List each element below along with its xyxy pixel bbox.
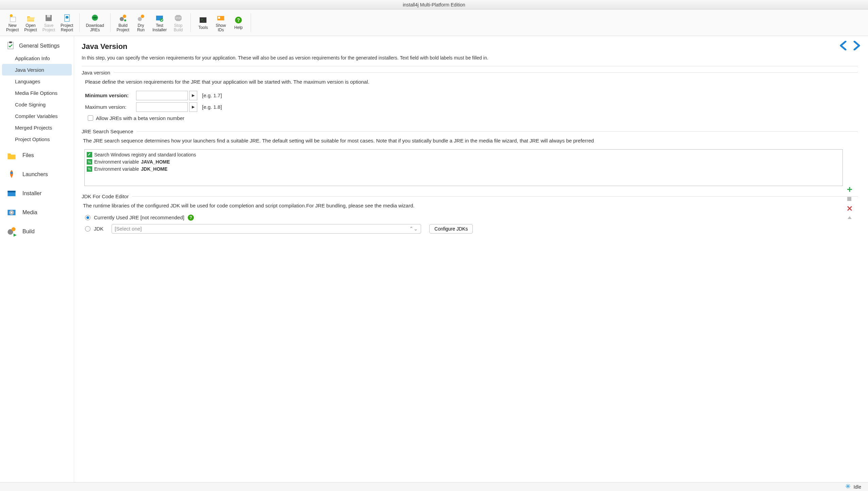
list-item[interactable]: % Environment variable JAVA_HOME — [87, 158, 840, 165]
installer-icon — [6, 188, 17, 199]
env-var-icon: % — [87, 166, 92, 172]
report-icon: i — [62, 13, 72, 23]
sidebar-section-media[interactable]: Media — [0, 204, 74, 221]
jre-search-legend: JRE Search Sequence — [82, 129, 858, 134]
help-badge-icon[interactable]: ? — [188, 215, 194, 221]
dry-run-button[interactable]: Dry Run — [132, 12, 150, 34]
save-project-button[interactable]: Save Project — [40, 12, 58, 34]
installer-check-icon — [155, 13, 164, 23]
window-title-bar: install4j Multi-Platform Edition — [0, 0, 868, 10]
svg-point-30 — [11, 212, 13, 214]
gears-dry-icon — [136, 13, 146, 23]
radio-label: Currently Used JRE [not recommended] — [94, 215, 184, 220]
svg-text:?: ? — [237, 17, 240, 23]
minimum-version-hint: [e.g. 1.7] — [202, 92, 222, 98]
build-project-button[interactable]: Build Project — [114, 12, 132, 34]
sidebar-item-languages[interactable]: Languages — [2, 75, 72, 87]
help-button[interactable]: ? Help — [230, 12, 247, 34]
open-project-button[interactable]: Open Project — [21, 12, 39, 34]
sidebar-item-project-options[interactable]: Project Options — [2, 133, 72, 145]
folder-icon — [6, 150, 17, 161]
divider — [82, 66, 858, 66]
status-text: Idle — [853, 484, 861, 490]
svg-rect-20 — [218, 17, 220, 19]
sidebar-item-media-file-options[interactable]: Media File Options — [2, 87, 72, 99]
radio-jdk[interactable]: JDK [Select one] ⌃⌄ Configure JDKs — [85, 224, 858, 234]
svg-text:%: % — [88, 160, 91, 164]
page-title: Java Version — [82, 42, 858, 51]
svg-rect-24 — [9, 41, 12, 43]
svg-text:>_: >_ — [201, 18, 205, 21]
sidebar-item-java-version[interactable]: Java Version — [2, 64, 72, 75]
jdk-description: The runtime libraries of the configured … — [83, 202, 858, 210]
add-item-button[interactable] — [846, 186, 853, 193]
tools-button[interactable]: >_ Tools — [194, 12, 212, 34]
maximum-version-menu-button[interactable]: ▶ — [189, 102, 197, 112]
svg-point-25 — [11, 172, 13, 174]
sidebar-item-compiler-variables[interactable]: Compiler Variables — [2, 110, 72, 122]
sidebar-section-label: Files — [22, 152, 34, 158]
new-project-button[interactable]: New Project — [3, 12, 21, 34]
svg-rect-27 — [7, 191, 15, 192]
jdk-select[interactable]: [Select one] ⌃⌄ — [112, 224, 421, 234]
sidebar-section-files[interactable]: Files — [0, 147, 74, 164]
snowflake-icon — [845, 484, 851, 490]
svg-point-0 — [10, 14, 13, 17]
prev-page-button[interactable] — [839, 41, 848, 51]
jre-search-list[interactable]: Search Windows registry and standard loc… — [84, 149, 843, 186]
svg-text:STOP: STOP — [176, 17, 181, 19]
svg-point-11 — [138, 17, 142, 21]
configure-jdks-button[interactable]: Configure JDKs — [429, 224, 473, 234]
save-icon — [44, 13, 53, 23]
select-placeholder: [Select one] — [115, 226, 141, 232]
sidebar-item-merged-projects[interactable]: Merged Projects — [2, 122, 72, 133]
java-version-legend: Java version — [82, 70, 858, 75]
test-installer-button[interactable]: Test Installer — [150, 12, 169, 34]
radio-button[interactable] — [85, 226, 90, 232]
sidebar-section-installer[interactable]: Installer — [0, 185, 74, 202]
svg-point-12 — [141, 15, 144, 18]
toolbar-separator — [251, 13, 251, 32]
page-description: In this step, you can specify the versio… — [82, 54, 858, 61]
clipboard-check-icon — [6, 41, 15, 51]
env-var-icon: % — [87, 159, 92, 165]
toolbar-separator — [190, 13, 191, 32]
status-bar: Idle — [0, 482, 868, 491]
jdk-legend: JDK For Code Editor — [82, 193, 858, 199]
sidebar-section-launchers[interactable]: Launchers — [0, 166, 74, 183]
sidebar-section-label: Build — [22, 228, 35, 235]
sidebar: General Settings Application Info Java V… — [0, 36, 74, 482]
allow-beta-checkbox[interactable] — [88, 115, 93, 121]
maximum-version-hint: [e.g. 1.8] — [202, 104, 222, 110]
svg-rect-3 — [47, 15, 50, 17]
minimum-version-menu-button[interactable]: ▶ — [189, 91, 197, 100]
maximum-version-input[interactable] — [136, 102, 188, 112]
allow-beta-label: Allow JREs with a beta version number — [96, 115, 184, 121]
stop-build-button[interactable]: STOP Stop Build — [169, 12, 187, 34]
move-up-button[interactable] — [846, 215, 853, 221]
sidebar-section-build[interactable]: Build — [0, 223, 74, 240]
stop-icon: STOP — [173, 13, 183, 23]
minimum-version-input[interactable] — [136, 91, 188, 100]
svg-point-10 — [124, 19, 126, 21]
sidebar-item-code-signing[interactable]: Code Signing — [2, 99, 72, 110]
list-item[interactable]: % Environment variable JDK_HOME — [87, 165, 840, 172]
sidebar-item-application-info[interactable]: Application Info — [2, 52, 72, 64]
svg-marker-33 — [14, 234, 17, 237]
sidebar-section-label: Installer — [22, 190, 41, 197]
next-page-button[interactable] — [852, 41, 861, 51]
folder-open-icon — [26, 13, 35, 23]
svg-point-9 — [123, 15, 126, 18]
minimum-version-row: Minimum version: ▶ [e.g. 1.7] — [85, 91, 858, 100]
sidebar-section-general[interactable]: General Settings — [0, 39, 74, 52]
show-ids-button[interactable]: Show IDs — [212, 12, 230, 34]
radio-currently-used-jre[interactable]: Currently Used JRE [not recommended] ? — [85, 215, 858, 221]
toolbar-separator — [110, 13, 111, 32]
download-jres-button[interactable]: Download JREs — [83, 12, 106, 34]
allow-beta-checkbox-row[interactable]: Allow JREs with a beta version number — [88, 115, 858, 121]
project-report-button[interactable]: i Project Report — [58, 12, 76, 34]
search-location-icon — [87, 152, 92, 157]
list-item[interactable]: Search Windows registry and standard loc… — [87, 151, 840, 158]
radio-button[interactable] — [85, 215, 90, 220]
delete-item-button[interactable] — [846, 205, 853, 212]
